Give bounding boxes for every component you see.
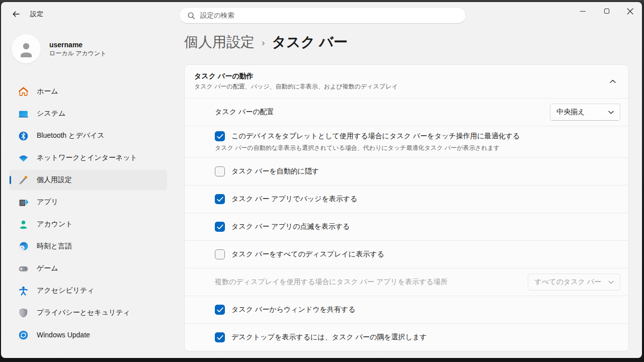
sidebar: username ローカル アカウント ホームシステムBluetooth とデバ… — [1, 26, 181, 358]
checkbox-checked[interactable] — [215, 194, 225, 204]
setting-description: タスク バーの自動的な非表示も選択されている場合、代わりにタッチ最適化タスク バ… — [215, 144, 620, 152]
sidebar-item-network[interactable]: ネットワークとインターネット — [9, 148, 167, 168]
settings-window: 設定 username ローカル アカウント ホームシステムBlue — [1, 2, 642, 358]
breadcrumb: 個人用設定 › タスク バー — [184, 32, 642, 52]
collapse-button[interactable] — [603, 73, 622, 90]
setting-label: タスク バーをすべてのディスプレイに表示する — [231, 250, 384, 259]
sidebar-item-system[interactable]: システム — [9, 104, 167, 124]
update-icon — [18, 330, 29, 340]
chevron-down-icon — [608, 281, 614, 284]
titlebar: 設定 — [1, 2, 642, 26]
sidebar-item-home[interactable]: ホーム — [9, 81, 167, 102]
minimize-button[interactable] — [571, 2, 595, 20]
close-button[interactable] — [618, 2, 642, 20]
sidebar-nav: ホームシステムBluetooth とデバイスネットワークとインターネット個人用設… — [9, 79, 167, 347]
back-arrow-icon — [12, 10, 20, 18]
sidebar-item-bluetooth[interactable]: Bluetooth とデバイス — [9, 126, 167, 146]
time-icon — [18, 241, 29, 252]
breadcrumb-separator-icon: › — [262, 37, 265, 48]
chevron-up-icon — [610, 79, 616, 83]
search-icon — [187, 12, 195, 20]
page-title: タスク バー — [272, 33, 347, 52]
maximize-icon — [604, 9, 609, 14]
search-input[interactable] — [200, 12, 462, 19]
network-icon — [18, 153, 29, 163]
maximize-button[interactable] — [595, 2, 618, 20]
setting-row: タスク バーの配置中央揃え — [185, 98, 628, 126]
breadcrumb-parent[interactable]: 個人用設定 — [184, 33, 255, 52]
accounts-icon — [18, 219, 29, 230]
setting-row: デスクトップを表示するには、タスク バーの隅を選択します — [185, 323, 628, 351]
setting-row: タスク バーを自動的に隠す — [185, 157, 628, 185]
minimize-icon — [580, 11, 586, 12]
expander-title: タスク バーの動作 — [194, 72, 398, 81]
app-title: 設定 — [30, 2, 43, 26]
privacy-icon — [18, 308, 29, 318]
chevron-down-icon — [608, 111, 614, 114]
apps-icon — [18, 197, 29, 208]
sidebar-item-label: システム — [37, 109, 65, 118]
expander-header[interactable]: タスク バーの動作 タスク バーの配置、バッジ、自動的に非表示、および複数のディ… — [185, 65, 628, 98]
setting-row: タスク バーをすべてのディスプレイに表示する — [185, 240, 628, 268]
dropdown-select: すべてのタスク バー — [528, 274, 620, 291]
content-pane: 個人用設定 › タスク バー タスク バーの動作 タスク バーの配置、バッジ、自… — [181, 26, 642, 358]
sidebar-item-label: ゲーム — [37, 264, 58, 273]
profile-block[interactable]: username ローカル アカウント — [12, 34, 107, 63]
sidebar-item-time[interactable]: 時刻と言語 — [9, 236, 167, 256]
dropdown-value: 中央揃え — [556, 108, 601, 117]
sidebar-item-label: アクセシビリティ — [37, 286, 95, 295]
setting-row: 複数のディスプレイを使用する場合にタスク バー アプリを表示する場所すべてのタス… — [185, 268, 628, 296]
sidebar-item-label: ホーム — [37, 87, 58, 96]
setting-label: タスク バーを自動的に隠す — [231, 167, 319, 176]
sidebar-item-label: プライバシーとセキュリティ — [37, 308, 130, 317]
setting-label: デスクトップを表示するには、タスク バーの隅を選択します — [231, 333, 427, 342]
sidebar-item-privacy[interactable]: プライバシーとセキュリティ — [9, 303, 167, 323]
profile-account-type: ローカル アカウント — [49, 49, 107, 57]
sidebar-item-apps[interactable]: アプリ — [9, 192, 167, 212]
close-icon — [627, 8, 633, 15]
taskbar-behaviors-card: タスク バーの動作 タスク バーの配置、バッジ、自動的に非表示、および複数のディ… — [184, 64, 629, 351]
avatar — [12, 34, 41, 63]
profile-name: username — [49, 40, 107, 49]
bluetooth-icon — [18, 131, 29, 141]
expander-subtitle: タスク バーの配置、バッジ、自動的に非表示、および複数のディスプレイ — [194, 82, 398, 91]
setting-label: タスク バー アプリでバッジを表示する — [231, 195, 357, 204]
checkbox-checked[interactable] — [215, 305, 225, 315]
dropdown-select[interactable]: 中央揃え — [550, 104, 620, 121]
back-button[interactable] — [8, 7, 25, 22]
setting-label: タスク バーからウィンドウを共有する — [231, 305, 355, 314]
checkbox-unchecked[interactable] — [215, 249, 225, 259]
sidebar-item-label: 時刻と言語 — [37, 242, 72, 251]
sidebar-item-accessibility[interactable]: アクセシビリティ — [9, 281, 167, 301]
window-controls — [571, 2, 642, 20]
sidebar-item-label: Bluetooth とデバイス — [37, 131, 105, 140]
setting-row: タスク バー アプリの点滅を表示する — [185, 213, 628, 240]
setting-label: タスク バーの配置 — [215, 108, 550, 117]
sidebar-item-gaming[interactable]: ゲーム — [9, 258, 167, 279]
setting-row: このデバイスをタブレットとして使用する場合にタスク バーをタッチ操作用に最適化す… — [185, 126, 628, 157]
sidebar-item-label: アプリ — [37, 198, 58, 207]
checkbox-unchecked[interactable] — [215, 166, 225, 176]
sidebar-item-label: Windows Update — [37, 331, 90, 339]
checkbox-checked[interactable] — [215, 222, 225, 232]
personalization-icon — [18, 175, 29, 186]
setting-row: タスク バーからウィンドウを共有する — [185, 296, 628, 323]
search-box[interactable] — [179, 7, 466, 24]
sidebar-item-label: 個人用設定 — [37, 175, 72, 185]
sidebar-item-personalization[interactable]: 個人用設定 — [9, 170, 167, 190]
sidebar-item-update[interactable]: Windows Update — [9, 325, 167, 345]
accessibility-icon — [18, 286, 29, 296]
checkbox-checked[interactable] — [215, 131, 225, 141]
sidebar-item-label: ネットワークとインターネット — [37, 153, 137, 162]
setting-row: タスク バー アプリでバッジを表示する — [185, 185, 628, 213]
system-icon — [18, 109, 29, 119]
checkbox-checked[interactable] — [215, 332, 225, 342]
sidebar-item-label: アカウント — [37, 220, 73, 229]
sidebar-item-accounts[interactable]: アカウント — [9, 214, 167, 234]
settings-rows: タスク バーの配置中央揃えこのデバイスをタブレットとして使用する場合にタスク バ… — [185, 98, 628, 351]
dropdown-value: すべてのタスク バー — [534, 278, 601, 287]
home-icon — [18, 86, 29, 97]
setting-label: 複数のディスプレイを使用する場合にタスク バー アプリを表示する場所 — [215, 278, 528, 287]
gaming-icon — [18, 263, 29, 274]
setting-label: タスク バー アプリの点滅を表示する — [231, 222, 350, 231]
